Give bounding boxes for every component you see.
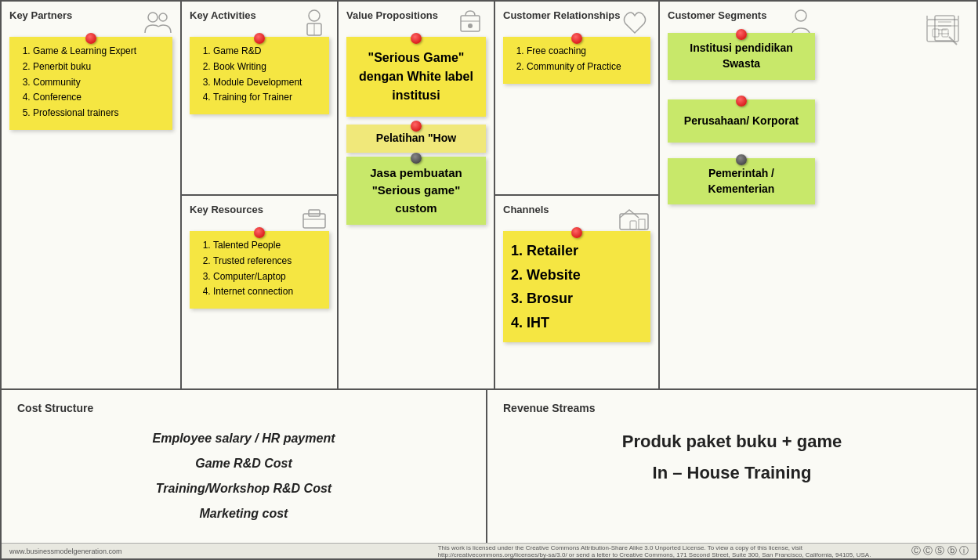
channels-pin	[571, 227, 582, 238]
customer-segments-cell: Customer Segments Institusi pendidikan S…	[660, 2, 823, 388]
key-resources-icon	[299, 202, 329, 235]
svg-point-2	[309, 10, 320, 21]
creative-commons-icons: Ⓒ Ⓒ Ⓢ ⓑ ⓘ	[911, 544, 969, 558]
kr-item-2: Trusted references	[213, 255, 321, 268]
key-partners-sticky-content: Game & Learning Expert Penerbit buku Com…	[9, 37, 172, 130]
key-activities-sticky: Game R&D Book Writing Module Development…	[190, 37, 329, 114]
revenue-streams-icon	[923, 12, 962, 50]
svg-point-10	[468, 23, 473, 28]
customer-relationships-cell: Customer Relationships Free coaching Com…	[495, 2, 658, 196]
svg-rect-20	[927, 20, 958, 42]
cost-structure-cell: Cost Structure Employee salary / HR paym…	[2, 390, 487, 543]
kr-item-3: Computer/Laptop	[213, 270, 321, 284]
svg-rect-23	[942, 29, 948, 37]
value-prop-sticky-3-wrapper: Jasa pembuatan "Serious game" custom	[346, 157, 486, 226]
key-resources-list: Talented People Trusted references Compu…	[197, 239, 321, 298]
value-prop-pin-2	[411, 121, 422, 132]
footer-website: www.businessmodelgeneration.com	[9, 547, 122, 555]
cost-item-3: Training/Workshop R&D Cost	[17, 476, 470, 501]
cost-item-4: Marketing cost	[17, 501, 470, 526]
svg-point-14	[795, 10, 806, 21]
key-partners-pin	[85, 33, 96, 44]
ka-item-2: Book Writing	[213, 60, 321, 74]
svg-rect-12	[630, 221, 636, 229]
kp-item-1: Game & Learning Expert	[33, 45, 165, 58]
cost-item-1: Employee salary / HR payment	[17, 426, 470, 451]
cost-structure-title: Cost Structure	[17, 402, 470, 414]
ka-item-4: Training for Trainer	[213, 91, 321, 104]
key-resources-sticky-content: Talented People Trusted references Compu…	[190, 231, 329, 309]
ch-item-3: 3. Brosur	[511, 287, 643, 311]
key-activities-pin	[254, 33, 265, 44]
key-activities-cell: Key Activities Game R&D Book Writing	[182, 2, 337, 196]
customer-rel-channels-split: Customer Relationships Free coaching Com…	[495, 2, 660, 388]
cs-sticky-1-wrapper: Institusi pendidikan Swasta	[668, 33, 815, 80]
business-model-canvas: Key Partners Game & Learning Expert Pene…	[0, 0, 978, 560]
kr-item-4: Internet connection	[213, 285, 321, 298]
kp-item-4: Conference	[33, 91, 165, 104]
customer-rel-list: Free coaching Community of Practice	[511, 45, 643, 74]
svg-rect-13	[639, 219, 645, 229]
value-propositions-icon	[455, 8, 486, 41]
cr-item-1: Free coaching	[527, 45, 643, 58]
kp-item-5: Professional trainers	[33, 107, 165, 120]
ka-item-3: Module Development	[213, 76, 321, 89]
key-activities-icon	[299, 8, 329, 41]
key-resources-sticky: Talented People Trusted references Compu…	[190, 231, 329, 309]
svg-rect-11	[620, 214, 648, 229]
ch-item-4: 4. IHT	[511, 311, 643, 335]
svg-point-1	[159, 13, 167, 21]
value-prop-text-3: Jasa pembuatan "Serious game" custom	[354, 164, 478, 218]
cs-content-1: Institusi pendidikan Swasta	[668, 33, 815, 80]
revenue-streams-title: Revenue Streams	[503, 402, 961, 414]
value-propositions-cell: Value Propositions "Serious Game" dengan…	[339, 2, 495, 388]
channels-cell: Channels 1. Retailer 2. Website	[495, 196, 658, 388]
ch-item-1: 1. Retailer	[511, 239, 643, 263]
footer-license: This work is licensed under the Creative…	[438, 544, 969, 558]
customer-rel-sticky: Free coaching Community of Practice	[503, 37, 650, 84]
footer: www.businessmodelgeneration.com This wor…	[2, 543, 976, 558]
kp-item-3: Community	[33, 76, 165, 89]
key-partners-list: Game & Learning Expert Penerbit buku Com…	[17, 45, 165, 120]
revenue-streams-content: Produk paket buku + game In – House Trai…	[503, 426, 961, 488]
kp-item-2: Penerbit buku	[33, 60, 165, 74]
top-section: Key Partners Game & Learning Expert Pene…	[2, 2, 976, 390]
footer-license-text: This work is licensed under the Creative…	[438, 544, 908, 558]
key-partners-cell: Key Partners Game & Learning Expert Pene…	[2, 2, 182, 388]
channels-icon	[618, 202, 650, 235]
cr-item-2: Community of Practice	[527, 60, 643, 74]
svg-point-0	[148, 13, 158, 22]
cost-item-2: Game R&D Cost	[17, 451, 470, 476]
svg-rect-6	[309, 210, 320, 216]
value-prop-content-3: Jasa pembuatan "Serious game" custom	[346, 157, 486, 226]
rev-item-2: In – House Training	[503, 457, 961, 489]
key-activities-resources-split: Key Activities Game R&D Book Writing	[182, 2, 339, 388]
key-resources-pin	[254, 227, 265, 238]
key-partners-sticky: Game & Learning Expert Penerbit buku Com…	[9, 37, 172, 130]
value-prop-content-1: "Serious Game" dengan White label instit…	[346, 37, 486, 117]
channels-list: 1. Retailer 2. Website 3. Brosur 4. IHT	[511, 239, 643, 334]
cost-structure-content: Employee salary / HR payment Game R&D Co…	[17, 426, 470, 526]
rev-item-1: Produk paket buku + game	[503, 426, 961, 457]
ch-item-2: 2. Website	[511, 263, 643, 287]
svg-rect-22	[933, 29, 939, 37]
value-prop-text-1: "Serious Game" dengan White label instit…	[354, 45, 478, 109]
cs-pin-3	[736, 154, 747, 165]
channels-sticky: 1. Retailer 2. Website 3. Brosur 4. IHT	[503, 231, 650, 342]
value-prop-sticky-2-wrapper: Pelatihan "How	[346, 125, 486, 153]
key-activities-list: Game R&D Book Writing Module Development…	[197, 45, 321, 104]
ka-item-1: Game R&D	[213, 45, 321, 58]
value-prop-pin-3	[411, 153, 422, 164]
bottom-section: Cost Structure Employee salary / HR paym…	[2, 390, 976, 543]
cs-pin-1	[736, 29, 747, 40]
value-prop-sticky-1: "Serious Game" dengan White label instit…	[346, 37, 486, 117]
cs-sticky-2-wrapper: Perusahaan/ Korporat	[668, 99, 815, 143]
customer-rel-pin	[571, 33, 582, 44]
channels-content: 1. Retailer 2. Website 3. Brosur 4. IHT	[503, 231, 650, 342]
cs-pin-2	[736, 96, 747, 107]
customer-rel-icon	[619, 8, 650, 41]
revenue-streams-cell: Revenue Streams Produk paket buku + game…	[487, 390, 976, 543]
key-resources-cell: Key Resources Talented People Trusted re…	[182, 196, 337, 388]
value-prop-pin-1	[411, 33, 422, 44]
key-activities-sticky-content: Game R&D Book Writing Module Development…	[190, 37, 329, 114]
